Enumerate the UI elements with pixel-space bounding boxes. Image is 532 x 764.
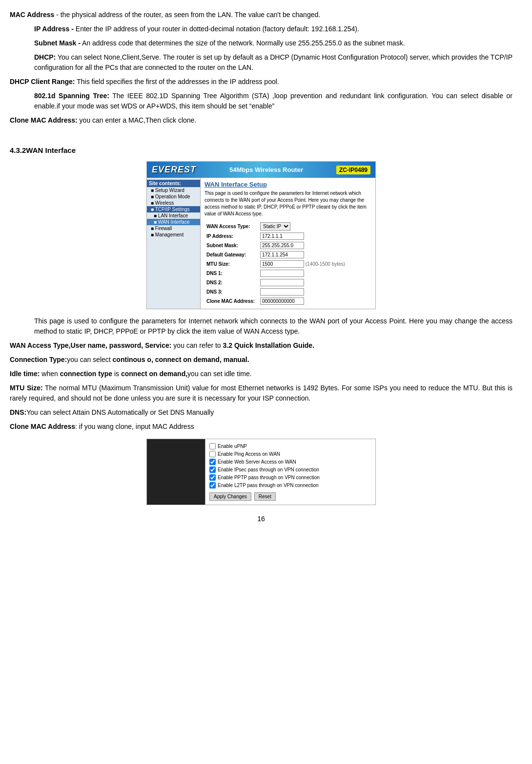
- router-screenshot-wan: EVEREST 54Mbps Wireless Router ZC-IP0489…: [10, 161, 512, 309]
- conn-demand-bold: connect on demand,: [121, 370, 187, 378]
- webserver-row: Enable Web Server Access on WAN: [209, 459, 371, 465]
- gateway-label: Default Gateway:: [205, 250, 258, 259]
- mtu-value[interactable]: (1400-1500 bytes): [258, 259, 347, 269]
- dns3-value[interactable]: [258, 287, 347, 297]
- desc-para-5: MTU Size: The normal MTU (Maximum Transm…: [10, 383, 512, 403]
- dns-bold: DNS:: [10, 408, 26, 416]
- clone-mac-label: Clone MAC Address:: [10, 116, 78, 124]
- dhcp-range-para: DHCP Client Range: This field specifies …: [10, 77, 512, 87]
- upnp-checkbox[interactable]: [209, 443, 216, 449]
- table-row: DNS 2:: [205, 278, 347, 287]
- sidebar-item-wireless[interactable]: ■ Wireless: [147, 200, 200, 206]
- ip-address-label: IP Address -: [34, 25, 74, 33]
- firewall-image: Enable uPNP Enable Ping Access on WAN En…: [146, 439, 376, 505]
- desc-para-3: Connection Type:you can select continous…: [10, 355, 512, 365]
- router-page-title: WAN Interface Setup: [205, 181, 371, 188]
- dns3-input[interactable]: [260, 288, 304, 296]
- firewall-main: Enable uPNP Enable Ping Access on WAN En…: [205, 439, 375, 505]
- desc-para-2: WAN Access Type,User name, password, Ser…: [10, 340, 512, 351]
- sidebar-item-firewall[interactable]: ■ Firewall: [147, 225, 200, 232]
- firewall-sidebar: [147, 439, 205, 505]
- webserver-label: Enable Web Server Access on WAN: [218, 459, 296, 465]
- table-row: MTU Size: (1400-1500 bytes): [205, 259, 347, 269]
- router-main-area: WAN Interface Setup This page is used to…: [201, 178, 375, 309]
- clone-mac-bold: Clone MAC Address: [10, 423, 75, 430]
- desc-para-6: DNS:You can select Attain DNS Automatica…: [10, 407, 512, 418]
- pptp-label: Enable PPTP pass through on VPN connecti…: [218, 475, 320, 480]
- dns1-input[interactable]: [260, 270, 304, 277]
- clone-mac-router-label: Clone MAC Address:: [205, 297, 258, 306]
- mtu-input[interactable]: [260, 260, 304, 268]
- table-row: Subnet Mask:: [205, 241, 347, 250]
- apply-changes-button[interactable]: Apply Changes: [209, 492, 251, 501]
- wan-access-type-select[interactable]: Static IP DHCP PPPoE PPTP: [260, 222, 290, 231]
- clone-mac-input[interactable]: [260, 297, 304, 305]
- dhcp-text: You can select None,Client,Serve. The ro…: [34, 53, 512, 71]
- ip-label: IP Address:: [205, 232, 258, 241]
- sidebar-item-management[interactable]: ■ Management: [147, 232, 200, 238]
- table-row: IP Address:: [205, 232, 347, 241]
- sidebar-item-wan[interactable]: ■ WAN Interface: [147, 219, 200, 225]
- wan-access-type-value[interactable]: Static IP DHCP PPPoE PPTP: [258, 221, 347, 232]
- upnp-label: Enable uPNP: [218, 444, 247, 449]
- clone-mac-router-value[interactable]: [258, 297, 347, 306]
- sidebar-title: Site contents:: [147, 180, 200, 187]
- clone-mac-text: you can enter a MAC,Then click clone.: [80, 116, 197, 124]
- l2tp-label: Enable L2TP pass through on VPN connecti…: [218, 483, 319, 488]
- router-image: EVEREST 54Mbps Wireless Router ZC-IP0489…: [146, 161, 376, 309]
- ping-checkbox[interactable]: [209, 451, 216, 457]
- firewall-screenshot: Enable uPNP Enable Ping Access on WAN En…: [10, 439, 512, 505]
- dns1-value[interactable]: [258, 269, 347, 278]
- reset-button[interactable]: Reset: [254, 492, 276, 501]
- table-row: DNS 1:: [205, 269, 347, 278]
- mac-address-para: MAC Address - the physical address of th…: [10, 10, 512, 20]
- ipsec-row: Enable IPsec pass through on VPN connect…: [209, 467, 371, 473]
- sidebar-item-lan[interactable]: ■ LAN Interface: [147, 212, 200, 219]
- table-row: DNS 3:: [205, 287, 347, 297]
- subnet-label: Subnet Mask:: [205, 241, 258, 250]
- dhcp-range-text: This field specifies the first of the ad…: [77, 78, 279, 85]
- ping-label: Enable Ping Access on WAN: [218, 451, 280, 457]
- sidebar-item-tcpip[interactable]: ■ TCP/IP Settings: [147, 206, 200, 212]
- section-heading: 4.3.2WAN Interface: [10, 146, 512, 154]
- pptp-checkbox[interactable]: [209, 474, 216, 481]
- table-row: Default Gateway:: [205, 250, 347, 259]
- wan-access-bold: WAN Access Type,User name, password, Ser…: [10, 341, 171, 349]
- sidebar-item-opmode[interactable]: ■ Operation Mode: [147, 193, 200, 200]
- dns2-value[interactable]: [258, 278, 347, 287]
- subnet-input[interactable]: [260, 242, 304, 249]
- desc-para-4: Idle time: when connection type is conne…: [10, 369, 512, 379]
- ipsec-label: Enable IPsec pass through on VPN connect…: [218, 467, 319, 472]
- ip-value[interactable]: [258, 232, 347, 241]
- sidebar-item-setup[interactable]: ■ Setup Wizard: [147, 187, 200, 193]
- desc-para-1: This page is used to configure the param…: [10, 316, 512, 337]
- page-content: MAC Address - the physical address of th…: [10, 10, 512, 523]
- spanning-tree-para: 802.1d Spanning Tree: The IEEE 802.1D Sp…: [10, 91, 512, 111]
- ipsec-checkbox[interactable]: [209, 467, 216, 473]
- mac-address-dash: -: [56, 11, 61, 19]
- conn-type-ref-bold: connection type: [60, 370, 112, 378]
- subnet-mask-para: Subnet Mask - An address code that deter…: [10, 38, 512, 48]
- dns3-label: DNS 3:: [205, 287, 258, 297]
- wan-access-type-label: WAN Access Type:: [205, 221, 258, 232]
- ping-row: Enable Ping Access on WAN: [209, 451, 371, 457]
- conn-options-bold: continous o, connect on demand, manual.: [113, 356, 249, 363]
- webserver-checkbox[interactable]: [209, 459, 216, 465]
- gateway-input[interactable]: [260, 251, 304, 258]
- description-block: This page is used to configure the param…: [10, 316, 512, 432]
- mac-address-label: MAC Address: [10, 11, 54, 19]
- intro-paragraphs: MAC Address - the physical address of th…: [10, 10, 512, 126]
- conn-type-bold: Connection Type:: [10, 356, 67, 363]
- router-brand: EVEREST: [152, 165, 196, 175]
- quick-guide-ref: 3.2 Quick Installation Guide.: [223, 341, 315, 349]
- spanning-tree-label: 802.1d Spanning Tree:: [34, 92, 109, 100]
- ip-input[interactable]: [260, 233, 304, 240]
- dns2-input[interactable]: [260, 279, 304, 286]
- subnet-mask-label: Subnet Mask -: [34, 39, 81, 47]
- gateway-value[interactable]: [258, 250, 347, 259]
- table-row: Clone MAC Address:: [205, 297, 347, 306]
- router-desc: This page is used to configure the param…: [205, 190, 371, 217]
- ip-address-para: IP Address - Enter the IP address of you…: [10, 24, 512, 34]
- l2tp-checkbox[interactable]: [209, 482, 216, 488]
- subnet-value[interactable]: [258, 241, 347, 250]
